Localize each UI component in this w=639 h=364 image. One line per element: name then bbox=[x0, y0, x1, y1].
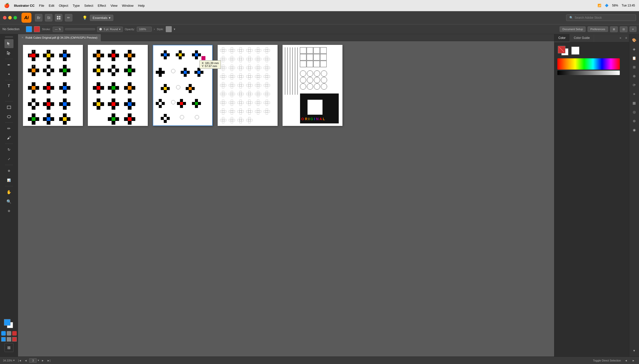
apple-menu[interactable]: 🍎 bbox=[4, 3, 10, 8]
chart-tool[interactable]: 📊 bbox=[5, 176, 14, 185]
panel-expand-icon[interactable]: » bbox=[617, 34, 623, 42]
brush-icon-btn[interactable]: ✏ bbox=[65, 14, 72, 22]
workspace-dropdown[interactable]: Essentials ▾ bbox=[90, 15, 113, 21]
document-setup-button[interactable]: Document Setup bbox=[560, 26, 586, 32]
artboard-tool[interactable]: ⊠ bbox=[5, 343, 14, 352]
stroke-style-input[interactable] bbox=[65, 28, 95, 30]
anchor-tool[interactable]: ✦ bbox=[5, 70, 14, 79]
menu-type[interactable]: Type bbox=[73, 4, 80, 8]
color-preset-3[interactable] bbox=[12, 337, 17, 342]
svg-rect-209 bbox=[180, 105, 183, 108]
menu-file[interactable]: File bbox=[39, 4, 44, 8]
svg-rect-108 bbox=[112, 68, 115, 72]
transform-tool[interactable]: ⤢ bbox=[5, 154, 14, 164]
tab-close-icon[interactable]: ✕ bbox=[22, 36, 24, 39]
status-text: Toggle Direct Selection bbox=[593, 359, 621, 362]
pencil-tool[interactable]: ✏ bbox=[5, 124, 14, 133]
rectangle-tool[interactable] bbox=[5, 103, 14, 112]
menu-window[interactable]: Window bbox=[122, 4, 134, 8]
menu-select[interactable]: Select bbox=[84, 4, 93, 8]
tool-sep-6 bbox=[5, 165, 13, 165]
color-panel-icon[interactable]: 🎨 bbox=[630, 36, 638, 44]
color-guide-tab[interactable]: Color Guide bbox=[570, 34, 594, 42]
color-tab[interactable]: Color bbox=[554, 34, 570, 42]
minimize-button[interactable] bbox=[8, 16, 12, 20]
transform-icon-btn[interactable]: ⊞ bbox=[610, 26, 618, 32]
status-arrow-left[interactable]: ◄ bbox=[623, 358, 628, 363]
next-page-btn[interactable]: ► bbox=[40, 358, 45, 363]
rotate-tool[interactable]: ↻ bbox=[5, 145, 14, 154]
style-swatch[interactable] bbox=[166, 26, 172, 32]
close-button[interactable] bbox=[3, 16, 7, 20]
shape-builder-tool[interactable]: ⊕ bbox=[5, 166, 14, 175]
zoom-value[interactable]: 34.33% bbox=[3, 359, 12, 362]
transparency-icon[interactable]: ◎ bbox=[630, 108, 638, 116]
svg-rect-156 bbox=[164, 50, 167, 53]
align-icon-btn[interactable]: ⊟ bbox=[620, 26, 627, 32]
gradient-panel-icon[interactable]: ▦ bbox=[630, 99, 638, 107]
fill-color-swatch[interactable] bbox=[26, 26, 32, 32]
svg-rect-195 bbox=[186, 87, 189, 90]
scroll-down-icon[interactable]: ▾ bbox=[630, 346, 638, 354]
direct-select-tool[interactable] bbox=[5, 48, 14, 58]
last-page-btn[interactable]: ►| bbox=[46, 358, 51, 363]
layers-icon[interactable]: 📋 bbox=[630, 54, 638, 62]
stroke-label: Stroke: bbox=[42, 28, 51, 31]
svg-rect-14 bbox=[43, 54, 47, 57]
search-stock-input[interactable]: 🔍 Search Adobe Stock bbox=[566, 14, 636, 21]
transform-panel-icon[interactable]: ⟳ bbox=[630, 81, 638, 89]
more-icon-btn[interactable]: ≡ bbox=[629, 26, 636, 32]
arrange-icon-btn[interactable] bbox=[55, 14, 62, 22]
svg-rect-83 bbox=[63, 117, 67, 121]
appearance-icon[interactable]: ◈ bbox=[630, 45, 638, 53]
symbols-icon[interactable]: ⊛ bbox=[630, 117, 638, 125]
zoom-tool[interactable]: 🔍 bbox=[5, 197, 14, 206]
status-arrow-right[interactable]: ► bbox=[631, 358, 636, 363]
ellipse-tool[interactable] bbox=[5, 112, 14, 121]
type-tool[interactable]: T bbox=[5, 82, 14, 90]
stroke-weight-dropdown[interactable]: — ⇅ bbox=[53, 27, 63, 32]
menu-view[interactable]: View bbox=[111, 4, 118, 8]
page-number-input[interactable]: 3 bbox=[29, 358, 37, 363]
align-icon[interactable]: ⊞ bbox=[630, 63, 638, 71]
none-btn[interactable] bbox=[7, 331, 11, 336]
preferences-button[interactable]: Preferences bbox=[588, 26, 608, 32]
fill-color-box[interactable] bbox=[558, 46, 565, 53]
prev-page-btn[interactable]: ◄ bbox=[23, 358, 28, 363]
zoom-dropdown-icon[interactable]: ▾ bbox=[13, 359, 15, 362]
white-swatch[interactable] bbox=[571, 46, 579, 54]
pen-tool[interactable]: ✒ bbox=[5, 60, 14, 69]
panel-menu-icon[interactable]: ≡ bbox=[623, 34, 629, 42]
opacity-input[interactable]: 100% bbox=[137, 27, 152, 32]
document-tab[interactable]: ✕ Rubik Cubes Original.pdf @ 34.33% (CMY… bbox=[18, 34, 101, 41]
menu-effect[interactable]: Effect bbox=[98, 4, 106, 8]
line-tool[interactable]: / bbox=[5, 91, 14, 100]
fill-stroke-swatches[interactable] bbox=[4, 318, 15, 330]
stroke-color-swatch[interactable] bbox=[34, 26, 40, 32]
brightness-slider[interactable] bbox=[557, 70, 620, 75]
first-page-btn[interactable]: |◄ bbox=[17, 358, 22, 363]
hand-tool[interactable]: ✋ bbox=[5, 188, 14, 196]
page-dropdown-icon[interactable]: ▾ bbox=[38, 359, 39, 362]
color-preset-2[interactable] bbox=[7, 337, 11, 342]
select-tool[interactable] bbox=[5, 39, 14, 48]
brush-size-dropdown[interactable]: 5 pt. Round ▾ bbox=[97, 27, 123, 32]
menu-help[interactable]: Help bbox=[138, 4, 145, 8]
extra-tool[interactable]: ⊚ bbox=[5, 206, 14, 216]
color-preset-1[interactable] bbox=[1, 337, 6, 342]
paintbrush-tool[interactable]: 🖌 bbox=[5, 134, 14, 142]
pathfinder-icon[interactable]: ⊕ bbox=[630, 72, 638, 80]
gradient-btn[interactable] bbox=[12, 331, 17, 336]
color-gradient-bar[interactable] bbox=[557, 58, 620, 70]
opacity-arrow-right[interactable]: › bbox=[154, 28, 155, 31]
menu-edit[interactable]: Edit bbox=[49, 4, 54, 8]
fullscreen-button[interactable] bbox=[14, 16, 17, 20]
color-btn[interactable] bbox=[1, 331, 6, 336]
stock-icon-btn[interactable]: St bbox=[45, 14, 52, 22]
bridge-icon-btn[interactable]: Br bbox=[35, 14, 43, 22]
menu-object[interactable]: Object bbox=[59, 4, 68, 8]
stroke-panel-icon[interactable]: ≡ bbox=[630, 90, 638, 98]
menu-app[interactable]: Illustrator CC bbox=[14, 4, 35, 8]
svg-rect-133 bbox=[97, 102, 100, 106]
graphic-styles-icon[interactable]: ◉ bbox=[630, 126, 638, 134]
